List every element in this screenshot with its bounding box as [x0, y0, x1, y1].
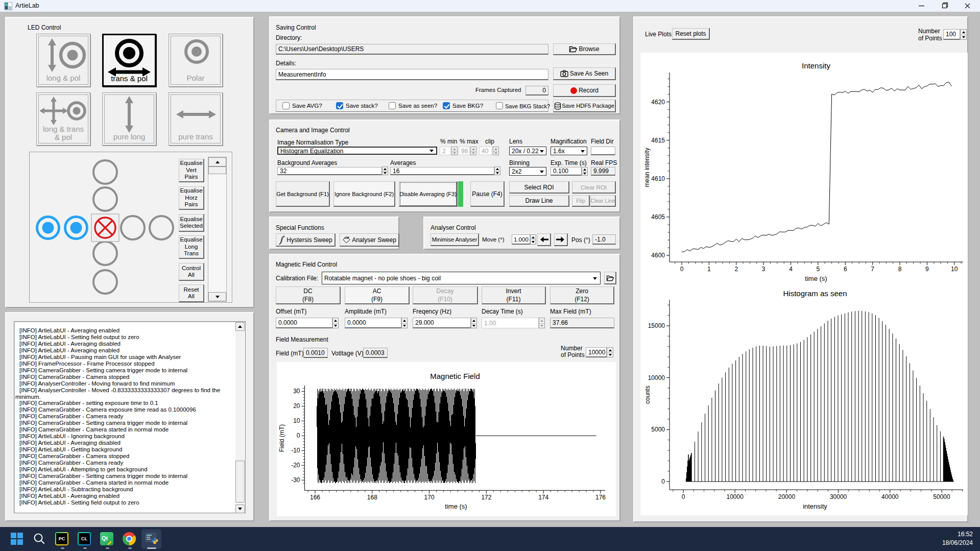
svg-text:mean intensity: mean intensity [643, 148, 651, 187]
svg-text:-20: -20 [291, 462, 300, 469]
svg-text:10: 10 [951, 266, 958, 273]
svg-text:Intensity: Intensity [802, 61, 830, 70]
svg-text:10: 10 [293, 417, 300, 424]
svg-text:172: 172 [481, 494, 491, 501]
svg-text:7: 7 [871, 266, 874, 273]
svg-text:0: 0 [297, 432, 300, 439]
svg-text:0: 0 [661, 478, 665, 485]
svg-text:time (s): time (s) [805, 275, 827, 282]
svg-text:174: 174 [538, 494, 548, 501]
svg-text:-10: -10 [291, 447, 300, 454]
svg-text:30: 30 [293, 388, 300, 395]
svg-text:5000: 5000 [651, 426, 665, 433]
svg-text:4: 4 [789, 266, 793, 273]
svg-text:4605: 4605 [651, 213, 665, 221]
svg-text:Histogram as seen: Histogram as seen [783, 289, 847, 298]
svg-text:4600: 4600 [651, 252, 665, 259]
svg-text:4615: 4615 [651, 137, 665, 144]
svg-text:10000: 10000 [727, 493, 744, 500]
svg-text:30000: 30000 [830, 493, 847, 500]
svg-text:-30: -30 [291, 476, 300, 484]
svg-text:Magnetic Field: Magnetic Field [430, 372, 480, 380]
svg-text:176: 176 [595, 494, 606, 501]
svg-text:15000: 15000 [648, 322, 665, 329]
svg-text:time (s): time (s) [445, 502, 467, 510]
svg-text:20000: 20000 [778, 493, 796, 500]
svg-text:0: 0 [682, 493, 685, 500]
svg-text:9: 9 [925, 266, 929, 273]
svg-text:4620: 4620 [651, 99, 665, 106]
svg-text:168: 168 [367, 494, 377, 501]
svg-text:3: 3 [762, 266, 766, 273]
svg-text:50000: 50000 [933, 493, 950, 500]
svg-text:170: 170 [424, 494, 435, 501]
svg-text:6: 6 [844, 266, 847, 273]
svg-text:10000: 10000 [648, 374, 665, 381]
svg-text:intensity: intensity [803, 502, 827, 510]
svg-text:20: 20 [293, 402, 300, 410]
svg-text:166: 166 [310, 494, 320, 501]
svg-text:5: 5 [817, 266, 820, 273]
svg-text:Field (mT): Field (mT) [278, 424, 285, 452]
svg-text:8: 8 [898, 266, 902, 273]
svg-text:4610: 4610 [651, 175, 665, 182]
svg-text:0: 0 [680, 266, 684, 273]
svg-text:40000: 40000 [881, 493, 899, 500]
svg-text:2: 2 [734, 266, 738, 273]
svg-text:1: 1 [707, 266, 711, 273]
svg-text:counts: counts [644, 386, 651, 403]
